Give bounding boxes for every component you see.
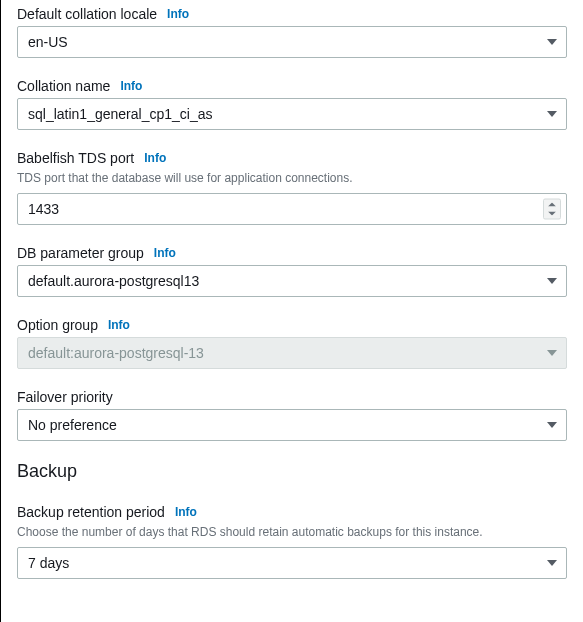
option-group-select: default:aurora-postgresql-13 [17,337,567,369]
collation-name-label: Collation name [17,78,110,94]
failover-priority-label: Failover priority [17,389,113,405]
field-backup-retention: Backup retention period Info Choose the … [17,504,567,579]
select-value: en-US [17,26,567,58]
field-db-param-group: DB parameter group Info default.aurora-p… [17,245,567,297]
field-option-group: Option group Info default:aurora-postgre… [17,317,567,369]
field-label-row: Babelfish TDS port Info [17,150,567,166]
option-group-label: Option group [17,317,98,333]
field-label-row: Failover priority [17,389,567,405]
tds-port-input[interactable] [17,193,567,225]
field-label-row: Option group Info [17,317,567,333]
info-link[interactable]: Info [108,318,130,332]
field-label-row: DB parameter group Info [17,245,567,261]
failover-priority-select[interactable]: No preference [17,409,567,441]
field-label-row: Backup retention period Info [17,504,567,520]
select-value: No preference [17,409,567,441]
field-collation-name: Collation name Info sql_latin1_general_c… [17,78,567,130]
info-link[interactable]: Info [120,79,142,93]
backup-retention-select[interactable]: 7 days [17,547,567,579]
field-failover-priority: Failover priority No preference [17,389,567,441]
info-link[interactable]: Info [154,246,176,260]
collation-name-select[interactable]: sql_latin1_general_cp1_ci_as [17,98,567,130]
backup-retention-description: Choose the number of days that RDS shoul… [17,524,567,541]
backup-retention-label: Backup retention period [17,504,165,520]
select-value: default:aurora-postgresql-13 [17,337,567,369]
select-value: default.aurora-postgresql13 [17,265,567,297]
field-tds-port: Babelfish TDS port Info TDS port that th… [17,150,567,225]
backup-section-heading: Backup [17,461,567,482]
collation-locale-select[interactable]: en-US [17,26,567,58]
spinner-down-button[interactable] [545,209,559,217]
info-link[interactable]: Info [167,7,189,21]
info-link[interactable]: Info [144,151,166,165]
select-value: sql_latin1_general_cp1_ci_as [17,98,567,130]
collation-locale-label: Default collation locale [17,6,157,22]
field-label-row: Default collation locale Info [17,6,567,22]
tds-port-input-wrapper [17,193,567,225]
select-value: 7 days [17,547,567,579]
tds-port-description: TDS port that the database will use for … [17,170,567,187]
number-spinner [543,198,561,219]
spinner-up-button[interactable] [545,200,559,208]
info-link[interactable]: Info [175,505,197,519]
db-param-group-select[interactable]: default.aurora-postgresql13 [17,265,567,297]
field-collation-locale: Default collation locale Info en-US [17,6,567,58]
tds-port-label: Babelfish TDS port [17,150,134,166]
field-label-row: Collation name Info [17,78,567,94]
db-param-group-label: DB parameter group [17,245,144,261]
